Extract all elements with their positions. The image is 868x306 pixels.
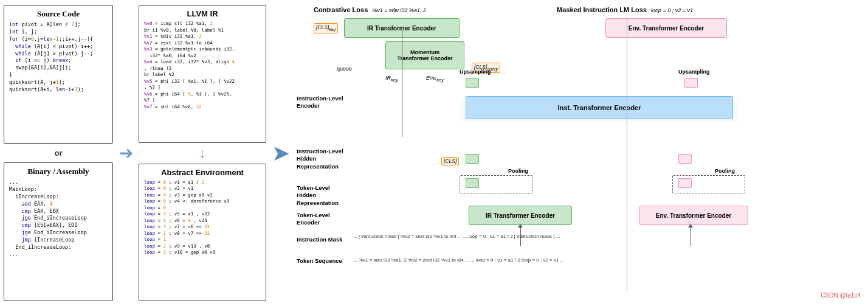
vertical-divider bbox=[627, 17, 627, 291]
masked-lm-loss-label: Masked Instruction LM Loss loop = 0 ; v2… bbox=[557, 6, 693, 13]
green-boxes-row-mid: ... bbox=[466, 154, 470, 164]
source-code-content: int pivot = A[len / 2]; int i, j; for (i… bbox=[9, 21, 108, 94]
upsampling-label-1: Upsampling bbox=[460, 69, 491, 75]
middle-panel: LLVM IR %v0 = icmp slt i32 %a1, 2 br i1 … bbox=[139, 5, 266, 301]
ir-key-label: IRkey bbox=[385, 75, 398, 83]
pink-box-mid-3 bbox=[678, 154, 692, 164]
pink-box-3 bbox=[684, 78, 698, 88]
pooling-label-2: Pooling bbox=[715, 168, 735, 174]
env-key-label: Env.key bbox=[426, 75, 444, 83]
watermark: CSDN @fa1c4 bbox=[821, 292, 861, 299]
abstract-env-title: Abstract Environment bbox=[144, 168, 261, 177]
green-box-3 bbox=[466, 78, 479, 88]
arrow-left-up bbox=[402, 27, 402, 137]
binary-title: Binary / Assembly bbox=[9, 167, 108, 176]
green-box-mid-3 bbox=[466, 154, 479, 164]
arch-container: Contrastive Loss %v1 = sdiv i32 %a1, 2 M… bbox=[295, 5, 864, 301]
source-code-title: Source Code bbox=[9, 9, 108, 19]
env-transformer-top: Env. Transformer Encoder bbox=[605, 18, 727, 38]
green-boxes-row-top: ... bbox=[466, 78, 470, 88]
token-level-hidden-label: Token-LevelHidden Representation bbox=[297, 184, 348, 207]
env-transformer-bottom: Env. Transformer Encoder bbox=[639, 206, 748, 225]
queue-label: queue bbox=[337, 66, 352, 72]
token-level-encoder-label: Token-LevelEncoder bbox=[297, 212, 348, 227]
pink-boxes-row-mid: ... bbox=[678, 154, 683, 164]
or-label: or bbox=[4, 147, 113, 159]
masked-formula: loop = 0 ; v2 = v1 bbox=[651, 7, 693, 13]
dashed-rect-left bbox=[460, 175, 532, 193]
arrow-env-up-head bbox=[688, 224, 693, 228]
arrow-down: ↓ bbox=[139, 147, 266, 160]
instruction-level-hidden-label: Instruction-LevelHidden Representation bbox=[297, 148, 345, 170]
llvm-ir-content: %v0 = icmp slt i32 %a1, 2 br i1 %v0, lab… bbox=[144, 21, 261, 110]
ir-transformer-bottom: IR Transformer Encoder bbox=[469, 206, 572, 225]
left-panel: Source Code int pivot = A[len / 2]; int … bbox=[4, 5, 113, 301]
source-code-box: Source Code int pivot = A[len / 2]; int … bbox=[4, 5, 113, 144]
instruction-mask-label: Instruction Mask bbox=[297, 236, 348, 243]
arrow-right-1: ➔ bbox=[119, 145, 133, 162]
arrow-ir-up bbox=[520, 226, 521, 246]
abstract-env-box: Abstract Environment loop = 0 ; v1 = a1 … bbox=[139, 164, 266, 302]
instruction-level-encoder-label: Instruction-LevelEncoder bbox=[297, 95, 345, 110]
llvm-ir-title: LLVM IR bbox=[144, 9, 261, 18]
binary-box: Binary / Assembly ... MainLoop: iIncreas… bbox=[4, 162, 113, 301]
upsampling-label-2: Upsampling bbox=[678, 69, 710, 75]
right-panel: Contrastive Loss %v1 = sdiv i32 %a1, 2 M… bbox=[295, 5, 864, 301]
cls-plain-box: [CLS] bbox=[441, 157, 459, 165]
big-arrow-right: ➤ bbox=[272, 142, 290, 164]
contrastive-formula: %v1 = sdiv i32 %a1, 2 bbox=[372, 7, 426, 13]
llvm-ir-box: LLVM IR %v0 = icmp slt i32 %a1, 2 br i1 … bbox=[139, 5, 266, 143]
middle-to-right-arrow: ➤ bbox=[270, 5, 292, 301]
token-sequence-seq: ... %v1 = sdiv i32 %a1, 2 %v2 = zext i32… bbox=[353, 257, 564, 263]
main-container: Source Code int pivot = A[len / 2]; int … bbox=[0, 0, 868, 306]
binary-content: ... MainLoop: iIncreaseLoop: add EAX, 4 … bbox=[9, 179, 108, 259]
token-sequence-label: Token Sequence bbox=[297, 257, 348, 264]
momentum-encoder: Momentum Transformer Encoder bbox=[385, 41, 464, 69]
left-to-middle-arrow: ➔ bbox=[117, 5, 135, 301]
dashed-rect-right bbox=[672, 175, 745, 193]
pink-boxes-row-top: ... bbox=[684, 78, 689, 88]
contrastive-loss-label: Contrastive Loss %v1 = sdiv i32 %a1, 2 bbox=[314, 6, 426, 13]
pooling-label-1: Pooling bbox=[508, 168, 528, 174]
inst-transformer-encoder: Inst. Transformer Encoder bbox=[466, 96, 733, 119]
arrow-env-up bbox=[691, 226, 691, 246]
cls-key-box: [CLS]key bbox=[314, 23, 338, 33]
arrow-ir-up-head bbox=[518, 224, 523, 228]
abstract-env-content: loop = 0 ; v1 = a1 / 2 loop = 0 ; v2 = v… bbox=[144, 179, 261, 256]
instruction-mask-seq: ... [ instruction mask ] %v2 = zext i32 … bbox=[353, 234, 560, 239]
